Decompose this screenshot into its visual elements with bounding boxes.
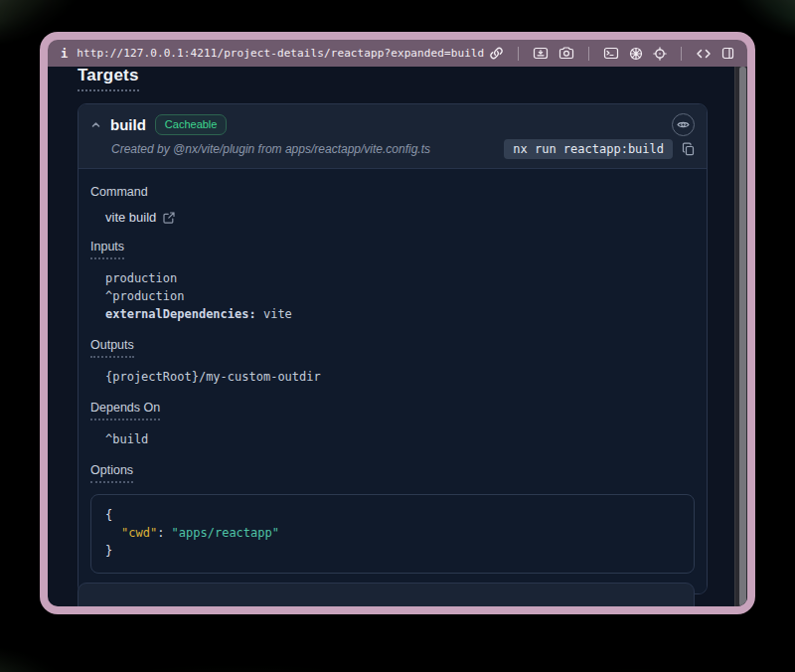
scrollbar-thumb[interactable] — [739, 67, 746, 606]
command-value-link[interactable]: vite build — [90, 210, 175, 225]
inputs-list: production ^production externalDependenc… — [90, 269, 695, 323]
info-icon: i — [61, 47, 68, 61]
browser-toolbar: i http://127.0.0.1:4211/project-details/… — [48, 40, 747, 67]
created-by-text: Created by @nx/vite/plugin from apps/rea… — [111, 142, 430, 156]
external-link-icon — [163, 212, 175, 224]
page-content: Targets build Cacheable — [48, 67, 747, 606]
outputs-list: {projectRoot}/my-custom-outdir — [90, 368, 695, 386]
inputs-section: Inputs production ^production externalDe… — [90, 237, 695, 323]
depends-on-section: Depends On ^build — [90, 398, 695, 448]
build-card-body: Command vite build Inputs producti — [79, 169, 707, 593]
toolbar-divider — [681, 47, 682, 61]
build-header-row[interactable]: build Cacheable — [90, 113, 695, 136]
target-card-serve[interactable]: serve vite serve — [78, 583, 695, 606]
json-cwd-line: "cwd": "apps/reactapp" — [105, 524, 680, 542]
json-value: "apps/reactapp" — [172, 526, 279, 540]
json-open-brace: { — [105, 506, 680, 524]
depends-on-label: Depends On — [90, 401, 160, 420]
panel-icon[interactable] — [721, 47, 734, 60]
scrollbar-track[interactable] — [734, 67, 747, 606]
project-details-page: Targets build Cacheable — [48, 67, 734, 606]
build-card-header: build Cacheable Created by @nx/vite/plug… — [79, 104, 707, 168]
toolbar-actions — [489, 46, 734, 61]
input-item-key: externalDependencies: — [105, 307, 256, 321]
copy-command-button[interactable] — [682, 142, 695, 156]
eye-icon — [677, 118, 690, 131]
outputs-section: Outputs {projectRoot}/my-custom-outdir — [90, 335, 695, 386]
target-card-build: build Cacheable Created by @nx/vite/plug… — [78, 103, 708, 594]
depends-on-list: ^build — [90, 430, 695, 448]
view-target-button[interactable] — [672, 113, 695, 136]
url-readout: http://127.0.0.1:4211/project-details/re… — [77, 47, 484, 60]
json-separator: : — [157, 526, 171, 540]
output-item: {projectRoot}/my-custom-outdir — [105, 368, 695, 386]
toolbar-divider — [518, 47, 519, 61]
copy-icon — [682, 142, 695, 156]
toolbar-divider — [588, 47, 589, 61]
page-title: Targets — [78, 67, 139, 91]
code-icon[interactable] — [696, 48, 712, 60]
input-item-value: vite — [256, 307, 292, 321]
target-icon[interactable] — [653, 47, 667, 61]
view-target-button[interactable] — [659, 606, 682, 607]
globe-icon[interactable] — [629, 47, 643, 61]
command-section: Command vite build — [90, 182, 695, 225]
options-section: Options { "cwd": "apps/reactapp" } — [90, 460, 695, 574]
import-icon[interactable] — [533, 47, 549, 60]
command-label: Command — [90, 185, 148, 199]
input-item: externalDependencies: vite — [105, 305, 695, 323]
options-json-block: { "cwd": "apps/reactapp" } — [90, 494, 695, 574]
outputs-label: Outputs — [90, 338, 134, 358]
input-item: ^production — [105, 287, 695, 305]
run-command-chip: nx run reactapp:build — [504, 139, 673, 159]
terminal-icon[interactable] — [603, 47, 619, 60]
depends-on-item: ^build — [105, 430, 695, 448]
options-label: Options — [90, 463, 133, 483]
input-item: production — [105, 269, 695, 287]
target-name: build — [110, 116, 146, 133]
build-header-subrow: Created by @nx/vite/plugin from apps/rea… — [90, 139, 695, 159]
link-icon[interactable] — [489, 46, 504, 61]
json-key: "cwd" — [121, 526, 157, 540]
command-value: vite build — [105, 210, 156, 225]
camera-icon[interactable] — [558, 47, 574, 60]
inputs-label: Inputs — [90, 240, 124, 259]
chevron-up-icon — [90, 119, 101, 130]
json-close-brace: } — [105, 542, 680, 560]
browser-window: i http://127.0.0.1:4211/project-details/… — [40, 32, 755, 614]
cacheable-badge: Cacheable — [155, 114, 228, 134]
